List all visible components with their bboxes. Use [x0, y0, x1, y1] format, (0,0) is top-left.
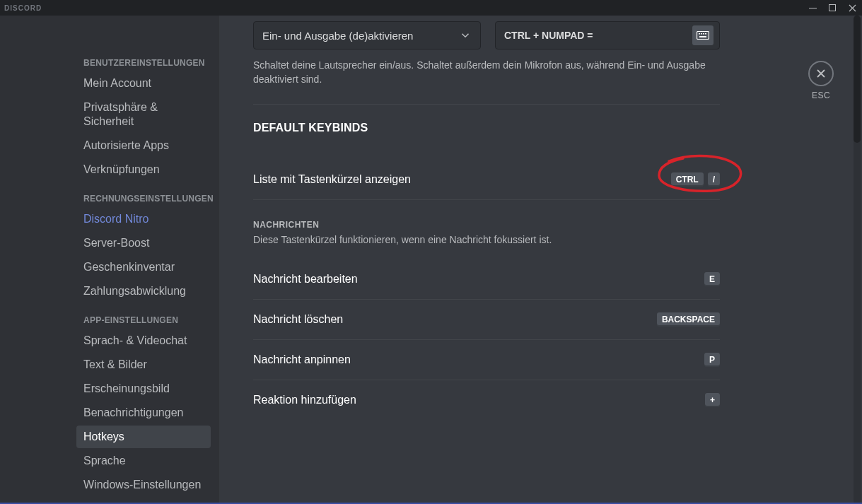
key-chip: + — [705, 393, 720, 407]
keybind-row-label: Nachricht bearbeiten — [253, 273, 358, 286]
settings-content: Ein- und Ausgabe (de)aktivieren CTRL + N… — [219, 16, 862, 504]
sidebar-item-privacy[interactable]: Privatsphäre & Sicherheit — [76, 96, 211, 133]
sidebar-item-text[interactable]: Text & Bilder — [76, 353, 211, 376]
sidebar-item-nitro[interactable]: Discord Nitro — [76, 208, 211, 230]
app-logo: DISCORD — [4, 4, 42, 12]
svg-rect-6 — [705, 33, 706, 35]
window-controls — [803, 0, 862, 16]
keyboard-icon — [697, 31, 709, 40]
sidebar-section-header: BENUTZEREINSTELLUNGEN — [76, 58, 211, 68]
svg-rect-1 — [829, 5, 836, 11]
close-settings-button[interactable]: ESC — [808, 61, 834, 100]
sidebar-item-authapps[interactable]: Autorisierte Apps — [76, 134, 211, 157]
action-select-value: Ein- und Ausgabe (de)aktivieren — [262, 30, 413, 42]
sidebar-item-appearance[interactable]: Erscheinungsbild — [76, 377, 211, 400]
sidebar-item-connections[interactable]: Verknüpfungen — [76, 158, 211, 181]
keybind-row-label: Reaktion hinzufügen — [253, 394, 356, 406]
keybind-row-label: Liste mit Tastenkürzel anzeigen — [253, 173, 411, 186]
default-keybinds-title: DEFAULT KEYBINDS — [253, 122, 720, 134]
sidebar-section-header: RECHNUNGSEINSTELLUNGEN — [76, 194, 211, 204]
sidebar-item-hotkeys[interactable]: Hotkeys — [76, 426, 211, 448]
sidebar-item-voice[interactable]: Sprach- & Videochat — [76, 329, 211, 352]
messages-section-desc: Diese Tastenkürzel funktionieren, wenn e… — [253, 234, 720, 245]
keybind-row-keys: CTRL / — [671, 172, 720, 187]
scrollbar-thumb[interactable] — [854, 16, 861, 143]
divider — [253, 104, 720, 105]
keybind-row: Liste mit Tastenkürzel anzeigen CTRL / — [253, 160, 720, 200]
keybind-row: Nachricht löschen BACKSPACE — [253, 300, 720, 340]
svg-rect-0 — [809, 8, 817, 8]
sidebar-item-boost[interactable]: Server-Boost — [76, 232, 211, 254]
sidebar-item-gifts[interactable]: Geschenkinventar — [76, 256, 211, 279]
titlebar: DISCORD — [0, 0, 862, 16]
action-description: Schaltet deine Lautsprecher ein/aus. Sch… — [253, 58, 720, 87]
close-settings-label: ESC — [808, 90, 834, 100]
action-select[interactable]: Ein- und Ausgabe (de)aktivieren — [253, 21, 481, 49]
keybind-input[interactable]: CTRL + NUMPAD = — [495, 21, 720, 49]
svg-rect-5 — [703, 33, 704, 35]
keybind-input-value: CTRL + NUMPAD = — [504, 30, 593, 41]
maximize-button[interactable] — [822, 0, 842, 16]
svg-rect-4 — [701, 33, 702, 35]
keybind-row-label: Nachricht löschen — [253, 313, 343, 326]
minimize-button[interactable] — [803, 0, 822, 16]
settings-sidebar: BENUTZEREINSTELLUNGEN Mein Account Priva… — [0, 16, 219, 504]
keybind-row: Nachricht bearbeiten E — [253, 259, 720, 300]
sidebar-item-billing[interactable]: Zahlungsabwicklung — [76, 280, 211, 303]
record-keybind-button[interactable] — [692, 25, 714, 45]
sidebar-item-windows[interactable]: Windows-Einstellungen — [76, 474, 211, 496]
sidebar-item-language[interactable]: Sprache — [76, 450, 211, 472]
key-chip: / — [708, 172, 720, 187]
svg-rect-2 — [697, 32, 709, 40]
sidebar-section-header: APP-EINSTELLUNGEN — [76, 315, 211, 325]
key-chip: BACKSPACE — [657, 312, 720, 327]
keybind-row: Reaktion hinzufügen + — [253, 380, 720, 420]
close-icon — [815, 68, 827, 79]
key-chip: CTRL — [671, 172, 704, 187]
svg-rect-3 — [699, 33, 700, 35]
sidebar-item-account[interactable]: Mein Account — [76, 72, 211, 95]
key-chip: P — [704, 353, 720, 367]
key-chip: E — [704, 272, 720, 286]
close-window-button[interactable] — [842, 0, 862, 16]
svg-rect-7 — [699, 36, 706, 37]
messages-section-title: NACHRICHTEN — [253, 220, 720, 230]
sidebar-item-notifications[interactable]: Benachrichtigungen — [76, 402, 211, 424]
keybind-row-label: Nachricht anpinnen — [253, 353, 351, 366]
chevron-down-icon — [459, 29, 472, 42]
keybind-row: Nachricht anpinnen P — [253, 340, 720, 380]
